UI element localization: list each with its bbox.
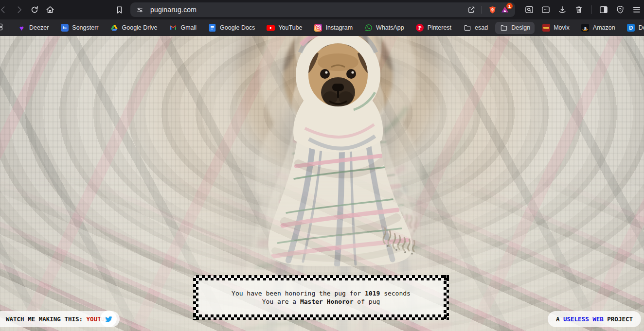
bookmark-label: Gmail bbox=[180, 24, 197, 31]
urlbar-divider bbox=[482, 6, 482, 14]
bookmark-label: YouTube bbox=[278, 24, 302, 31]
bookmark-label: Google Drive bbox=[122, 24, 158, 31]
reload-icon bbox=[30, 5, 39, 15]
search-window-button[interactable] bbox=[522, 2, 537, 17]
forward-button[interactable] bbox=[12, 2, 26, 17]
bookmarks-bar: ♥DeezertsSongsterrGoogle DriveGmailGoogl… bbox=[0, 19, 644, 36]
back-icon bbox=[0, 5, 8, 15]
brave-shield-icon bbox=[488, 5, 497, 15]
useless-web-pill: A USELESS WEB PROJECT bbox=[548, 311, 641, 327]
honor-seconds-value: 1019 bbox=[365, 290, 380, 297]
bookmark-label: Amazon bbox=[593, 24, 615, 31]
bookmark-label: Movix bbox=[554, 24, 570, 31]
useless-web-link[interactable]: USELESS WEB bbox=[563, 315, 604, 323]
folder-icon bbox=[464, 24, 471, 32]
bookmark-item-doctolib-prenez-re[interactable]: DDoctolib : Prenez re... bbox=[623, 22, 644, 34]
menu-button[interactable] bbox=[629, 2, 644, 17]
bookmark-label: Doctolib : Prenez re... bbox=[639, 24, 644, 31]
bookmark-item-movix[interactable]: Movix bbox=[537, 22, 574, 34]
bookmark-label: esad bbox=[475, 24, 488, 31]
bookmark-item-amazon[interactable]: aAmazon bbox=[577, 22, 620, 34]
rank-suffix: of pug bbox=[354, 298, 380, 305]
bookmark-label: Pinterest bbox=[428, 24, 451, 31]
download-icon bbox=[557, 5, 567, 15]
project-prefix: A bbox=[556, 315, 563, 323]
bookmark-item-google-docs[interactable]: Google Docs bbox=[204, 22, 259, 34]
honor-counter-line: You have been honoring the pug for 1019 … bbox=[232, 290, 411, 297]
bookmark-label: WhatsApp bbox=[376, 24, 404, 31]
bookmark-icon bbox=[115, 5, 124, 15]
bookmark-item-google-drive[interactable]: Google Drive bbox=[106, 22, 162, 34]
bookmarks-list: ♥DeezertsSongsterrGoogle DriveGmailGoogl… bbox=[13, 22, 644, 34]
bookmark-item-gmail[interactable]: Gmail bbox=[164, 22, 201, 34]
wallet-button[interactable] bbox=[538, 2, 553, 17]
bookmark-label: Deezer bbox=[29, 24, 49, 31]
home-button[interactable] bbox=[43, 2, 57, 17]
toolbar-right-icons bbox=[522, 2, 644, 17]
bookmark-item-design[interactable]: Design bbox=[495, 22, 535, 34]
pixel-border-bottom bbox=[193, 314, 449, 320]
bookmarks-panel-button[interactable] bbox=[112, 2, 126, 17]
project-suffix: PROJECT bbox=[604, 315, 633, 323]
rank-prefix: You are a bbox=[262, 298, 300, 305]
trash-button[interactable] bbox=[572, 2, 586, 17]
bookmark-item-songsterr[interactable]: tsSongsterr bbox=[56, 22, 103, 34]
rewards-notification-badge: 1 bbox=[506, 3, 513, 9]
url-text[interactable]: puginarug.com bbox=[150, 6, 465, 14]
bookmark-label: Instagram bbox=[326, 24, 353, 31]
toolbar-divider bbox=[591, 5, 591, 14]
bookmark-item-youtube[interactable]: YouTube bbox=[262, 22, 306, 34]
share-icon bbox=[467, 5, 476, 14]
sidebar-button[interactable] bbox=[596, 2, 611, 17]
youtube-icon bbox=[267, 25, 275, 31]
downloads-button[interactable] bbox=[555, 2, 570, 17]
page-viewport: You have been honoring the pug for 1019 … bbox=[0, 36, 644, 331]
brave-rewards-wrap: 1 bbox=[499, 3, 511, 16]
search-window-icon bbox=[524, 5, 534, 15]
bookmark-item-esad[interactable]: esad bbox=[459, 22, 492, 34]
bookmark-item-deezer[interactable]: ♥Deezer bbox=[13, 22, 53, 34]
forward-icon bbox=[14, 5, 24, 15]
gmail-icon bbox=[169, 24, 177, 32]
bookmark-label: Google Docs bbox=[220, 24, 255, 31]
whatsapp-icon bbox=[365, 24, 373, 32]
pixel-border-left bbox=[193, 275, 198, 320]
pug-main-figure bbox=[236, 36, 440, 270]
reading-list-icon[interactable] bbox=[0, 23, 4, 33]
tune-icon[interactable] bbox=[135, 5, 144, 15]
share-button[interactable] bbox=[465, 3, 478, 16]
vpn-shield-button[interactable] bbox=[613, 2, 627, 17]
rank-value: Master Honoror bbox=[300, 298, 354, 305]
folder-icon bbox=[500, 24, 508, 32]
browser-toolbar: puginarug.com 1 bbox=[0, 0, 644, 19]
nav-buttons bbox=[0, 2, 57, 17]
url-bar[interactable]: puginarug.com 1 bbox=[130, 2, 515, 17]
pinterest-icon: P bbox=[416, 24, 424, 32]
instagram-icon bbox=[314, 24, 322, 32]
bookmark-item-instagram[interactable]: Instagram bbox=[310, 22, 358, 34]
pug-in-rug-image bbox=[236, 36, 440, 270]
menu-icon bbox=[632, 5, 642, 15]
bookmark-item-pinterest[interactable]: PPinterest bbox=[411, 22, 456, 34]
wallet-icon bbox=[541, 5, 551, 15]
songsterr-icon: ts bbox=[61, 24, 69, 32]
trash-icon bbox=[574, 5, 584, 15]
vpn-shield-icon bbox=[615, 5, 625, 15]
sidebar-icon bbox=[599, 5, 608, 15]
bookmarks-divider bbox=[8, 24, 8, 32]
honor-prefix: You have been honoring the pug for bbox=[232, 290, 365, 297]
honor-rank-line: You are a Master Honoror of pug bbox=[262, 298, 380, 306]
reload-button[interactable] bbox=[27, 2, 42, 17]
pixel-border-right bbox=[444, 275, 449, 320]
brave-shields-button[interactable] bbox=[486, 3, 499, 16]
back-button[interactable] bbox=[0, 2, 11, 17]
google-drive-icon bbox=[110, 24, 118, 32]
google-docs-icon bbox=[209, 24, 216, 32]
deezer-icon: ♥ bbox=[19, 24, 24, 32]
bookmark-label: Songsterr bbox=[72, 24, 98, 31]
honor-suffix: seconds bbox=[380, 290, 411, 297]
twitter-share-button[interactable] bbox=[100, 311, 117, 327]
browser-window: puginarug.com 1 bbox=[0, 0, 644, 331]
home-icon bbox=[45, 5, 55, 15]
bookmark-item-whatsapp[interactable]: WhatsApp bbox=[360, 22, 409, 34]
